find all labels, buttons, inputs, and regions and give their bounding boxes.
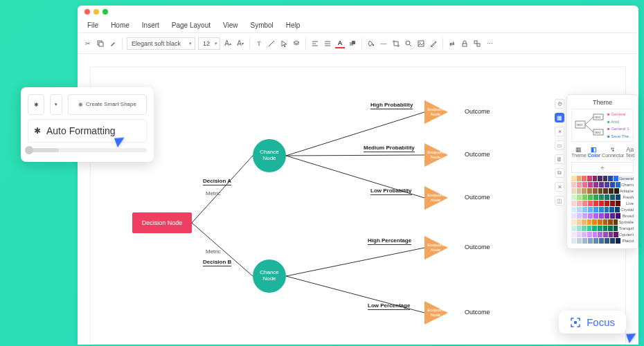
- menu-page-layout[interactable]: Page Layout: [172, 21, 211, 29]
- swatch[interactable]: [603, 226, 608, 231]
- swatch[interactable]: [582, 201, 587, 206]
- palette-row[interactable]: Tranquil: [571, 226, 634, 231]
- swatch[interactable]: [610, 201, 615, 206]
- autoformat-icon-button[interactable]: ✱: [28, 94, 44, 115]
- chance-node-b[interactable]: Chance Node: [253, 260, 286, 293]
- palette-row[interactable]: Sprinkle: [571, 219, 634, 225]
- rail-settings-icon[interactable]: ⚙: [555, 99, 564, 109]
- more-icon[interactable]: ⋯: [485, 39, 494, 48]
- create-smart-shape-button[interactable]: ❋ Create Smart Shape: [68, 94, 147, 115]
- bring-front-icon[interactable]: [348, 39, 357, 48]
- swatch[interactable]: [616, 213, 620, 219]
- swatch[interactable]: [593, 207, 598, 212]
- tab-color[interactable]: ◧Color: [588, 145, 600, 159]
- menu-view[interactable]: View: [223, 21, 238, 29]
- swatch[interactable]: [571, 238, 576, 244]
- font-color-icon[interactable]: A: [335, 39, 345, 48]
- swatch[interactable]: [577, 176, 582, 181]
- swatch[interactable]: [605, 194, 609, 200]
- swatch[interactable]: [571, 207, 576, 212]
- paintbrush-icon[interactable]: [108, 39, 118, 48]
- swatch[interactable]: [608, 176, 613, 181]
- pen-tool-icon[interactable]: [429, 39, 438, 48]
- swatch[interactable]: [593, 201, 598, 206]
- decision-node[interactable]: Decision Node: [132, 212, 192, 233]
- swatch[interactable]: [593, 188, 598, 194]
- palette-row[interactable]: Charm: [571, 182, 634, 188]
- palette-row[interactable]: Broad: [571, 213, 634, 219]
- swatch[interactable]: [587, 188, 592, 194]
- swatch[interactable]: [616, 238, 620, 244]
- swatch[interactable]: [598, 188, 603, 194]
- swatch[interactable]: [582, 207, 587, 212]
- swatch[interactable]: [608, 219, 613, 225]
- picture-icon[interactable]: [416, 39, 426, 48]
- menu-home[interactable]: Home: [111, 21, 129, 29]
- swatch[interactable]: [605, 238, 609, 244]
- palette-row[interactable]: Crystal: [571, 207, 634, 212]
- increase-font-icon[interactable]: A▴: [223, 39, 233, 48]
- swatch[interactable]: [577, 201, 582, 206]
- endpoint-node[interactable]: Endpoint Node: [424, 236, 448, 260]
- line-style-icon[interactable]: ―: [379, 39, 388, 48]
- swatch[interactable]: [577, 188, 582, 194]
- swatch[interactable]: [599, 182, 604, 188]
- swatch[interactable]: [582, 219, 587, 225]
- swatch[interactable]: [598, 219, 602, 225]
- swatch[interactable]: [603, 176, 608, 181]
- endpoint-node[interactable]: Endpoint Node: [424, 301, 448, 325]
- palette-row[interactable]: Opulent: [571, 232, 634, 237]
- swatch[interactable]: [605, 207, 609, 212]
- endpoint-node[interactable]: Endpoint Node: [424, 186, 448, 210]
- line-tool-icon[interactable]: [267, 39, 276, 48]
- swatch[interactable]: [599, 201, 604, 206]
- swatch[interactable]: [610, 194, 615, 200]
- swatch[interactable]: [605, 213, 609, 219]
- swatch[interactable]: [571, 176, 576, 181]
- swatch[interactable]: [593, 194, 598, 200]
- swatch[interactable]: [599, 194, 604, 200]
- font-size-select[interactable]: 12: [198, 37, 220, 50]
- rail-flow-icon[interactable]: ⧉: [555, 168, 564, 178]
- swatch[interactable]: [599, 213, 604, 219]
- align-left-icon[interactable]: [310, 39, 320, 48]
- swatch[interactable]: [588, 207, 593, 212]
- endpoint-node[interactable]: Endpoint Node: [424, 100, 448, 124]
- flip-icon[interactable]: ⇄: [447, 39, 457, 48]
- swatch[interactable]: [605, 182, 609, 188]
- swatch[interactable]: [603, 219, 608, 225]
- swatch[interactable]: [571, 213, 576, 219]
- swatch[interactable]: [593, 232, 598, 237]
- rail-page-icon[interactable]: ▭: [555, 140, 564, 150]
- swatch[interactable]: [582, 188, 587, 194]
- swatch[interactable]: [610, 182, 615, 188]
- swatch[interactable]: [598, 232, 602, 237]
- close-icon[interactable]: [84, 9, 90, 15]
- menu-file[interactable]: File: [87, 21, 98, 29]
- swatch[interactable]: [615, 207, 620, 212]
- swatch[interactable]: [577, 226, 582, 231]
- swatch[interactable]: [577, 182, 582, 188]
- rail-doc-icon[interactable]: 🗎: [555, 154, 564, 164]
- swatch[interactable]: [605, 201, 609, 206]
- swatch[interactable]: [587, 226, 592, 231]
- swatch[interactable]: [571, 188, 576, 194]
- swatch[interactable]: [603, 188, 608, 194]
- palette-row[interactable]: Antique: [571, 188, 634, 194]
- palette-row[interactable]: Placid: [571, 238, 634, 244]
- canvas[interactable]: Decision Node Chance Node Chance Node En…: [90, 66, 626, 345]
- swatch[interactable]: [582, 176, 587, 181]
- copy-icon[interactable]: [96, 39, 105, 48]
- swatch[interactable]: [593, 238, 598, 244]
- swatch[interactable]: [588, 201, 593, 206]
- swatch[interactable]: [577, 207, 582, 212]
- menu-help[interactable]: Help: [286, 21, 301, 29]
- rail-sun-icon[interactable]: ☀: [555, 127, 564, 136]
- palette-row[interactable]: Fresh: [571, 194, 634, 200]
- swatch[interactable]: [582, 213, 587, 219]
- swatch[interactable]: [582, 194, 587, 200]
- swatch[interactable]: [577, 194, 582, 200]
- swatch[interactable]: [593, 213, 598, 219]
- swatch[interactable]: [603, 232, 608, 237]
- tab-theme[interactable]: ▦Theme: [571, 145, 587, 159]
